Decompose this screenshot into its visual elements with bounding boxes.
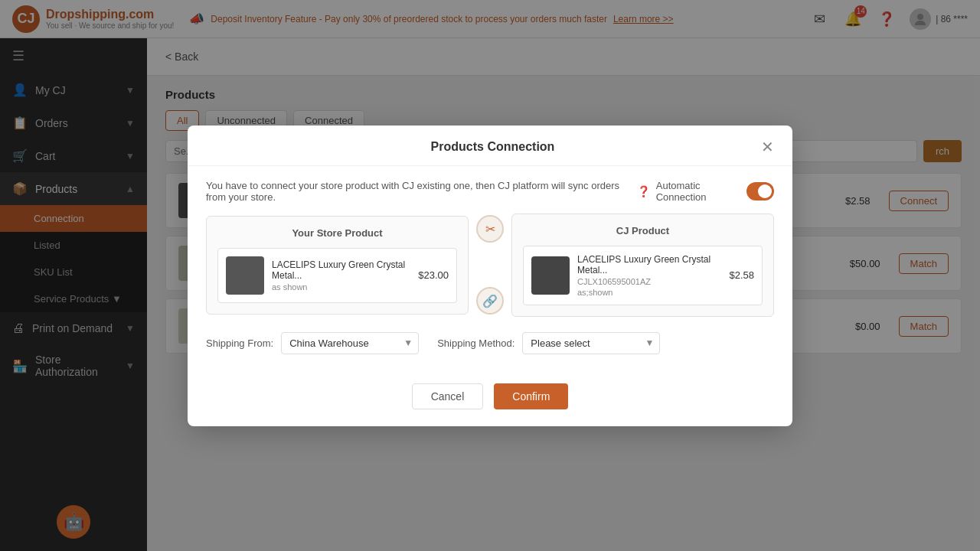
auto-connection-toggle[interactable] [746, 182, 774, 201]
shipping-method-select-wrap: Please select ePacket CJPacket DHL FedEx… [522, 332, 660, 354]
store-product-variant: as shown [272, 282, 410, 292]
modal-info-text: You have to connect your store product w… [206, 180, 637, 203]
shipping-method-label: Shipping Method: [437, 337, 514, 349]
store-product-box: Your Store Product LACELIPS Luxury Green… [206, 216, 469, 315]
shipping-from-field: Shipping From: China Warehouse US Wareho… [206, 332, 419, 354]
shipping-from-label: Shipping From: [206, 337, 273, 349]
cj-product-box-title: CJ Product [523, 225, 763, 236]
shipping-method-select[interactable]: Please select ePacket CJPacket DHL FedEx [522, 332, 660, 354]
modal-title: Products Connection [224, 140, 761, 154]
close-icon[interactable]: ✕ [761, 139, 774, 155]
cj-product-price: $2.58 [729, 269, 754, 281]
cj-product-info: LACELIPS Luxury Green Crystal Metal... C… [577, 254, 721, 297]
shipping-from-select[interactable]: China Warehouse US Warehouse EU Warehous… [281, 332, 419, 354]
auto-connection-label: Automatic Connection [656, 180, 740, 203]
cancel-button[interactable]: Cancel [412, 383, 484, 409]
cj-product-variant: as;shown [577, 288, 721, 297]
shipping-from-select-wrap: China Warehouse US Warehouse EU Warehous… [281, 332, 419, 354]
shipping-row: Shipping From: China Warehouse US Wareho… [206, 332, 774, 354]
modal-footer: Cancel Confirm [188, 383, 792, 426]
cj-product-name: LACELIPS Luxury Green Crystal Metal... [577, 254, 721, 276]
store-product-price: $23.00 [418, 269, 449, 281]
confirm-button[interactable]: Confirm [494, 383, 568, 409]
store-product-name: LACELIPS Luxury Green Crystal Metal... [272, 259, 410, 281]
modal-header: Products Connection ✕ [188, 126, 792, 166]
cj-product-img [531, 256, 570, 295]
scissors-icon[interactable]: ✂ [476, 215, 504, 243]
store-product-box-title: Your Store Product [217, 227, 457, 239]
link-icon[interactable]: 🔗 [476, 287, 504, 315]
store-product-info: LACELIPS Luxury Green Crystal Metal... a… [272, 259, 410, 292]
store-product-card: LACELIPS Luxury Green Crystal Metal... a… [217, 248, 457, 303]
store-product-img [226, 256, 264, 295]
modal-info-row: You have to connect your store product w… [206, 180, 774, 203]
connect-icon-column: ✂ 🔗 [469, 215, 511, 315]
products-connection-modal: Products Connection ✕ You have to connec… [188, 126, 792, 426]
shipping-method-field: Shipping Method: Please select ePacket C… [437, 332, 660, 354]
cj-product-card: LACELIPS Luxury Green Crystal Metal... C… [523, 246, 763, 305]
auto-connection-area: ❓ Automatic Connection [637, 180, 774, 203]
toggle-knob [758, 184, 772, 198]
cj-product-sku: CJLX106595001AZ [577, 277, 721, 286]
info-help-icon[interactable]: ❓ [637, 185, 650, 197]
connect-section: Your Store Product LACELIPS Luxury Green… [206, 214, 774, 317]
modal-overlay: Products Connection ✕ You have to connec… [0, 0, 980, 551]
cj-product-box: CJ Product LACELIPS Luxury Green Crystal… [511, 214, 774, 317]
modal-body: You have to connect your store product w… [188, 166, 792, 383]
